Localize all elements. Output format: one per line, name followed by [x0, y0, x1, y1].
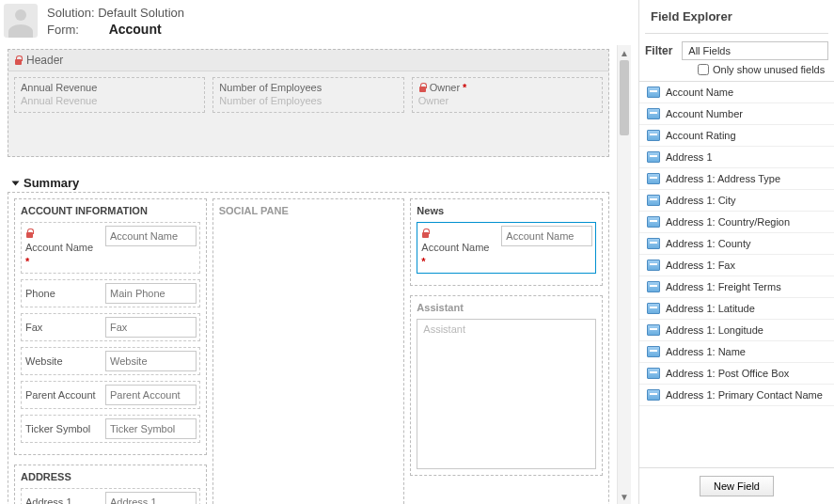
field-input[interactable]	[105, 351, 197, 371]
form-field[interactable]: Account Name*	[21, 222, 200, 274]
form-field[interactable]: Fax	[21, 313, 200, 341]
scroll-up-arrow[interactable]: ▲	[618, 45, 631, 60]
field-explorer-item-label: Address 1: Longitude	[666, 324, 763, 336]
field-explorer-panel: Field Explorer Filter All Fields Only sh…	[638, 0, 834, 504]
field-icon	[647, 130, 660, 141]
field-icon	[647, 303, 660, 314]
field-explorer-item[interactable]: Address 1: Post Office Box	[639, 363, 834, 385]
field-label: Phone	[25, 288, 55, 299]
field-explorer-item[interactable]: Address 1: City	[639, 190, 834, 212]
form-field[interactable]: Ticker Symbol	[21, 415, 200, 443]
solution-name: Default Solution	[98, 6, 184, 20]
required-star: *	[421, 256, 425, 267]
field-placeholder: Number of Employees	[219, 95, 397, 106]
entity-avatar	[4, 4, 38, 38]
form-field[interactable]: Parent Account	[21, 381, 200, 409]
lock-icon	[14, 55, 23, 66]
field-explorer-item[interactable]: Address 1: Country/Region	[639, 212, 834, 233]
field-icon	[647, 173, 660, 184]
field-explorer-item[interactable]: Address 1: Name	[639, 341, 834, 363]
field-explorer-item[interactable]: Address 1: Fax	[639, 255, 834, 276]
field-placeholder: Annual Revenue	[21, 95, 198, 106]
field-explorer-item-label: Address 1: Freight Terms	[666, 281, 781, 292]
field-icon	[647, 346, 660, 357]
form-field[interactable]: Website	[21, 347, 200, 375]
filter-label: Filter	[645, 44, 672, 57]
form-label: Form:	[47, 23, 105, 37]
field-label: Ticker Symbol	[25, 423, 90, 434]
form-header-bar: Solution: Default Solution Form: Account	[4, 0, 631, 45]
field-label: Address 1	[25, 496, 72, 504]
field-label: Account Name	[421, 242, 489, 253]
section-account-information[interactable]: ACCOUNT INFORMATION Account Name*PhoneFa…	[14, 198, 207, 455]
section-news[interactable]: News Account Name*	[410, 198, 603, 286]
field-explorer-item-label: Address 1: County	[666, 238, 751, 249]
title-block: Solution: Default Solution Form: Account	[47, 4, 184, 37]
field-explorer-item[interactable]: Address 1	[639, 147, 834, 168]
tab-title[interactable]: Summary	[4, 168, 613, 192]
field-input[interactable]	[105, 418, 197, 439]
field-explorer-item-label: Account Rating	[666, 130, 736, 141]
field-explorer-item[interactable]: Account Rating	[639, 125, 834, 147]
field-explorer-item-label: Account Number	[666, 108, 743, 119]
section-social-pane[interactable]: SOCIAL PANE	[212, 198, 405, 504]
header-field-cell[interactable]: Number of EmployeesNumber of Employees	[212, 77, 403, 113]
header-field-cell[interactable]: Annual RevenueAnnual Revenue	[14, 77, 205, 113]
form-field[interactable]: Phone	[21, 279, 200, 307]
field-input[interactable]	[105, 317, 197, 338]
scroll-thumb[interactable]	[620, 60, 629, 135]
form-field[interactable]: Account Name*	[417, 222, 596, 274]
field-input[interactable]	[105, 283, 197, 304]
field-input[interactable]	[105, 226, 197, 246]
field-explorer-item[interactable]: Address 1: Freight Terms	[639, 276, 834, 298]
header-field-cell[interactable]: Owner*Owner	[412, 77, 603, 113]
field-explorer-item-label: Account Name	[666, 87, 733, 98]
section-title: News	[417, 205, 596, 216]
form-header-section[interactable]: Header Annual RevenueAnnual RevenueNumbe…	[8, 49, 609, 157]
section-title: Assistant	[417, 302, 596, 313]
field-explorer-item[interactable]: Address 1: Primary Contact Name	[639, 385, 834, 406]
field-explorer-item[interactable]: Address 1: County	[639, 233, 834, 255]
field-explorer-item-label: Address 1: Name	[666, 346, 746, 357]
field-label: Annual Revenue	[21, 82, 97, 93]
field-explorer-item-label: Address 1: City	[666, 195, 736, 206]
field-explorer-item[interactable]: Address 1: Longitude	[639, 320, 834, 341]
field-explorer-item-label: Address 1	[666, 151, 713, 163]
form-field[interactable]: Address 1	[21, 488, 200, 504]
field-explorer-item[interactable]: Address 1: Address Type	[639, 168, 834, 190]
field-icon	[647, 281, 660, 292]
field-input[interactable]	[105, 492, 197, 504]
field-icon	[647, 324, 660, 336]
scroll-down-arrow[interactable]: ▼	[618, 489, 631, 504]
section-title: ACCOUNT INFORMATION	[21, 205, 200, 216]
column-1: ACCOUNT INFORMATION Account Name*PhoneFa…	[14, 198, 207, 504]
lock-icon	[25, 228, 34, 239]
field-explorer-item[interactable]: Address 1: Latitude	[639, 298, 834, 320]
field-icon	[647, 151, 660, 163]
section-title: SOCIAL PANE	[219, 205, 399, 216]
section-address[interactable]: ADDRESS Address 1	[14, 465, 207, 504]
field-explorer-item[interactable]: Account Number	[639, 103, 834, 125]
section-title: ADDRESS	[21, 471, 200, 482]
field-icon	[647, 216, 660, 228]
field-label: Parent Account	[25, 389, 96, 401]
new-field-button[interactable]: New Field	[700, 476, 774, 496]
field-explorer-item-label: Address 1: Latitude	[666, 303, 755, 314]
field-label: Owner	[430, 82, 460, 93]
field-label: Account Name	[25, 242, 93, 253]
field-explorer-item-label: Address 1: Fax	[666, 260, 735, 271]
field-explorer-item[interactable]: Account Name	[639, 82, 834, 103]
field-explorer-item-label: Address 1: Primary Contact Name	[666, 389, 823, 401]
field-input[interactable]	[501, 226, 592, 246]
form-canvas[interactable]: Header Annual RevenueAnnual RevenueNumbe…	[4, 45, 617, 504]
field-explorer-item-label: Address 1: Address Type	[666, 173, 780, 184]
field-label: Fax	[25, 322, 42, 333]
field-icon	[647, 87, 660, 98]
field-input[interactable]	[105, 385, 197, 405]
canvas-scrollbar[interactable]: ▲ ▼	[617, 45, 631, 504]
filter-select[interactable]: All Fields	[682, 41, 828, 60]
section-assistant[interactable]: Assistant Assistant	[410, 295, 603, 476]
only-unused-checkbox[interactable]	[698, 64, 709, 75]
field-explorer-list[interactable]: Account NameAccount NumberAccount Rating…	[639, 81, 834, 467]
field-placeholder: Owner	[418, 95, 596, 106]
